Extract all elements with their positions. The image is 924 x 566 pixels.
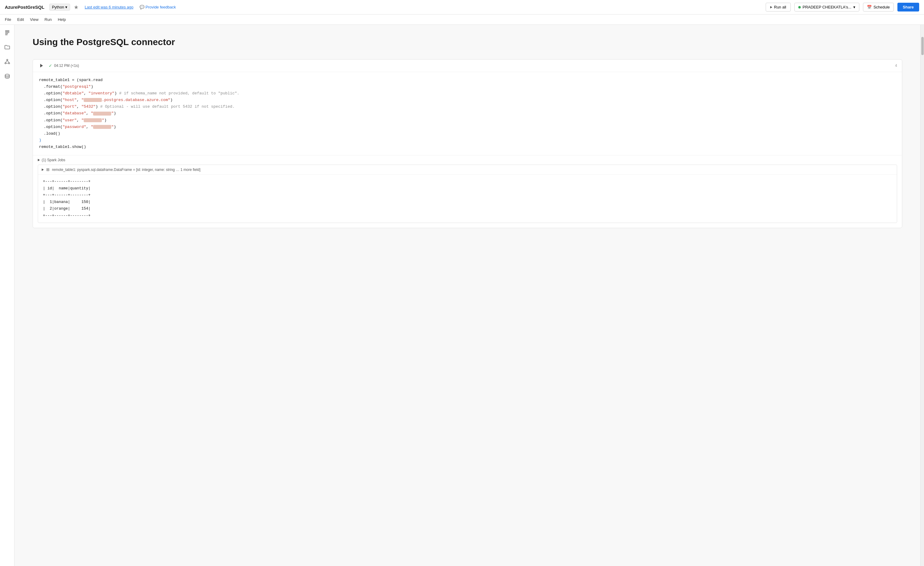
feedback-label: Provide feedback <box>146 5 176 9</box>
scroll-thumb[interactable] <box>921 37 924 55</box>
language-label: Python <box>52 5 64 9</box>
menu-view[interactable]: View <box>30 17 38 22</box>
code-line-7: .option("user", " ") <box>39 117 896 124</box>
code-block[interactable]: remote_table1 = (spark.read .format("pos… <box>33 72 902 155</box>
user-name-label: PRADEEP CHEEKATLA's... <box>802 5 852 9</box>
cell-number: 4 <box>895 63 897 68</box>
menu-help[interactable]: Help <box>58 17 66 22</box>
svg-point-6 <box>9 63 10 64</box>
code-line-9: .load() <box>39 130 896 137</box>
calendar-icon: 📅 <box>867 5 872 9</box>
output-table: +---+------+--------+ | id| name|quantit… <box>38 175 897 223</box>
main-layout: Using the PostgreSQL connector ✓ 04:12 P… <box>0 25 924 566</box>
code-line-11: remote_table1.show() <box>39 144 896 151</box>
schedule-button[interactable]: 📅 Schedule <box>863 3 894 12</box>
table-icon: ⊞ <box>46 167 50 172</box>
output-header[interactable]: ⊞ remote_table1: pyspark.sql.dataframe.D… <box>38 165 897 175</box>
content-area: Using the PostgreSQL connector ✓ 04:12 P… <box>15 25 920 566</box>
menu-run[interactable]: Run <box>44 17 52 22</box>
svg-point-5 <box>5 63 6 64</box>
run-all-label: Run all <box>774 5 786 9</box>
sidebar-notebooks-icon[interactable] <box>3 29 12 37</box>
top-nav: AzurePostGreSQL Python ▾ ★ Last edit was… <box>0 0 924 15</box>
output-expand-icon <box>42 169 44 171</box>
menu-bar: File Edit View Run Help <box>0 15 924 25</box>
output-header-text: remote_table1: pyspark.sql.dataframe.Dat… <box>52 168 200 172</box>
menu-edit[interactable]: Edit <box>17 17 24 22</box>
feedback-button[interactable]: 💬 Provide feedback <box>140 5 176 9</box>
app-title: AzurePostGreSQL <box>5 5 44 10</box>
star-icon[interactable]: ★ <box>74 4 78 11</box>
code-line-10: ) <box>39 137 896 144</box>
svg-rect-0 <box>5 30 9 32</box>
left-sidebar <box>0 25 15 566</box>
language-selector[interactable]: Python ▾ <box>49 4 70 11</box>
code-cell: ✓ 04:12 PM (<1s) 4 remote_table1 = (spar… <box>33 59 902 228</box>
cell-execution-time: 04:12 PM (<1s) <box>54 63 79 68</box>
code-line-3: .option("dbtable", "inventory") # if sch… <box>39 90 896 97</box>
code-line-8: .option("password", " ") <box>39 124 896 130</box>
code-line-6: .option("database", " ") <box>39 110 896 117</box>
check-icon: ✓ <box>49 63 52 68</box>
cell-header: ✓ 04:12 PM (<1s) 4 <box>33 60 902 72</box>
spark-jobs-label: (1) Spark Jobs <box>42 158 65 162</box>
cell-status: ✓ 04:12 PM (<1s) <box>49 63 79 68</box>
svg-rect-3 <box>5 35 8 35</box>
user-chevron-icon: ▾ <box>853 5 855 9</box>
svg-rect-2 <box>5 33 8 34</box>
svg-line-8 <box>7 60 9 63</box>
user-menu-button[interactable]: PRADEEP CHEEKATLA's... ▾ <box>794 3 860 12</box>
code-line-2: .format("postgresql") <box>39 83 896 90</box>
spark-jobs-section[interactable]: (1) Spark Jobs <box>33 155 902 164</box>
schedule-label: Schedule <box>873 5 890 9</box>
spark-jobs-arrow-icon <box>38 159 40 161</box>
share-label: Share <box>903 5 914 9</box>
svg-point-4 <box>7 59 8 60</box>
sidebar-cluster-icon[interactable] <box>3 57 12 66</box>
menu-file[interactable]: File <box>5 17 11 22</box>
output-cell: ⊞ remote_table1: pyspark.sql.dataframe.D… <box>38 164 897 223</box>
svg-point-11 <box>5 74 9 76</box>
edit-info[interactable]: Last edit was 6 minutes ago <box>85 5 133 9</box>
right-scrollbar[interactable] <box>920 25 924 566</box>
svg-rect-1 <box>5 32 9 33</box>
run-all-button[interactable]: Run all <box>766 3 791 12</box>
svg-line-7 <box>6 60 7 63</box>
speech-bubble-icon: 💬 <box>140 5 144 9</box>
lang-chevron-icon: ▾ <box>65 5 68 9</box>
notebook-title: Using the PostgreSQL connector <box>33 37 902 47</box>
code-line-5: .option("port", "5432") # Optional - wil… <box>39 104 896 110</box>
sidebar-folder-icon[interactable] <box>3 43 12 51</box>
sidebar-data-icon[interactable] <box>3 72 12 80</box>
code-line-1: remote_table1 = (spark.read <box>39 77 896 83</box>
code-line-4: .option("host", " .postgres.database.azu… <box>39 97 896 104</box>
cell-run-button[interactable] <box>38 62 45 69</box>
share-button[interactable]: Share <box>897 3 919 12</box>
play-icon <box>770 6 772 9</box>
user-status-dot <box>798 6 801 9</box>
play-triangle-icon <box>40 64 43 68</box>
